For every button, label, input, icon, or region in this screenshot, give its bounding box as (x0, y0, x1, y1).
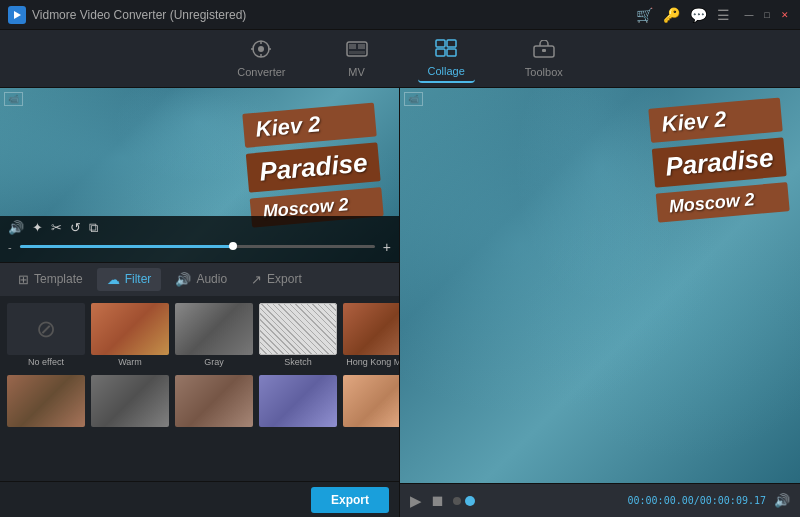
tab-audio[interactable]: 🔊 Audio (165, 268, 237, 291)
svg-rect-14 (436, 49, 445, 56)
filter-thumb-gray (175, 303, 253, 355)
left-panel: Kiev 2 Paradise Moscow 2 📹 🔊 ✦ ✂ ↺ ⧉ - (0, 88, 400, 517)
right-panel: Kiev 2 Paradise Moscow 2 📹 ▶ ⏹ 00:00:00.… (400, 88, 800, 517)
audio-tab-icon: 🔊 (175, 272, 191, 287)
minimize-button[interactable]: — (742, 8, 756, 22)
volume-right-icon[interactable]: 🔊 (774, 493, 790, 508)
filter-label-gray: Gray (175, 355, 253, 369)
svg-rect-11 (349, 51, 365, 54)
filter-thumb-noeffect (7, 303, 85, 355)
tabs-row: ⊞ Template ☁ Filter 🔊 Audio ↗ Export (0, 262, 399, 296)
filter-warm[interactable]: Warm (90, 302, 170, 370)
maximize-button[interactable]: □ (760, 8, 774, 22)
brightness-ctrl-icon[interactable]: ✦ (32, 220, 43, 235)
nav-toolbox[interactable]: Toolbox (515, 36, 573, 82)
video-left[interactable]: Kiev 2 Paradise Moscow 2 📹 🔊 ✦ ✂ ↺ ⧉ - (0, 88, 399, 262)
audio-tab-label: Audio (196, 272, 227, 286)
filter-label-r2a (7, 427, 85, 431)
filter-tab-icon: ☁ (107, 272, 120, 287)
filter-row-2 (6, 374, 393, 432)
video-watermark-left: 📹 (4, 92, 23, 106)
filter-label-r2d (259, 427, 337, 431)
toolbox-icon (533, 40, 555, 63)
filter-r2d[interactable] (258, 374, 338, 432)
filter-label-r2e (343, 427, 399, 431)
time-display: 00:00:00.00/00:00:09.17 (628, 495, 766, 506)
dot-1[interactable] (453, 497, 461, 505)
filter-sketch[interactable]: Sketch (258, 302, 338, 370)
sign-paradise: Paradise (245, 142, 380, 192)
nav-collage[interactable]: Collage (418, 35, 475, 83)
video-background-right: Kiev 2 Paradise Moscow 2 📹 (400, 88, 800, 483)
play-button[interactable]: ▶ (410, 492, 422, 510)
converter-label: Converter (237, 66, 285, 78)
window-controls[interactable]: — □ ✕ (742, 8, 792, 22)
filter-label-sketch: Sketch (259, 355, 337, 369)
crop-ctrl-icon[interactable]: ✂ (51, 220, 62, 235)
time-minus: - (8, 241, 12, 253)
filter-thumb-r2b (91, 375, 169, 427)
filter-thumb-hongkong (343, 303, 399, 355)
close-button[interactable]: ✕ (778, 8, 792, 22)
video-watermark-right: 📹 (404, 92, 423, 106)
template-tab-icon: ⊞ (18, 272, 29, 287)
filter-thumb-r2c (175, 375, 253, 427)
progress-track[interactable] (20, 245, 375, 248)
stop-button[interactable]: ⏹ (430, 492, 445, 509)
svg-rect-17 (542, 49, 546, 52)
sign-paradise-right: Paradise (651, 137, 786, 187)
menu-icon[interactable]: ☰ (717, 7, 730, 23)
filter-r2b[interactable] (90, 374, 170, 432)
sign-overlay-right: Kiev 2 Paradise Moscow 2 (648, 97, 790, 222)
converter-icon (250, 40, 272, 63)
filter-r2e[interactable] (342, 374, 399, 432)
plus-button[interactable]: + (383, 239, 391, 255)
tab-export[interactable]: ↗ Export (241, 268, 312, 291)
filter-row-1: No effect Warm Gray Sketch (6, 302, 393, 370)
bottom-bar: Export (0, 481, 399, 517)
progress-thumb (229, 242, 237, 250)
svg-point-3 (258, 46, 264, 52)
filter-gray[interactable]: Gray (174, 302, 254, 370)
svg-rect-15 (447, 49, 456, 56)
sign-overlay-left: Kiev 2 Paradise Moscow 2 (242, 102, 384, 227)
filter-label-r2b (91, 427, 169, 431)
filter-thumb-sketch (259, 303, 337, 355)
tab-filter[interactable]: ☁ Filter (97, 268, 162, 291)
export-button[interactable]: Export (311, 487, 389, 513)
filter-label-warm: Warm (91, 355, 169, 369)
key-icon[interactable]: 🔑 (663, 7, 680, 23)
export-tab-label: Export (267, 272, 302, 286)
dot-progress (453, 496, 620, 506)
nav-mv[interactable]: MV (336, 36, 378, 82)
filter-hongkong[interactable]: Hong Kong Movie (342, 302, 399, 370)
template-tab-label: Template (34, 272, 83, 286)
svg-rect-9 (349, 44, 356, 49)
title-text: Vidmore Video Converter (Unregistered) (32, 8, 636, 22)
progress-row: - + (8, 239, 391, 255)
progress-fill (20, 245, 233, 248)
tab-template[interactable]: ⊞ Template (8, 268, 93, 291)
rotate-ctrl-icon[interactable]: ↺ (70, 220, 81, 235)
filter-noeffect[interactable]: No effect (6, 302, 86, 370)
filter-area: No effect Warm Gray Sketch (0, 296, 399, 482)
top-icons: 🛒 🔑 💬 ☰ (636, 7, 730, 23)
filter-r2a[interactable] (6, 374, 86, 432)
filter-thumb-warm (91, 303, 169, 355)
filter-r2c[interactable] (174, 374, 254, 432)
chat-icon[interactable]: 💬 (690, 7, 707, 23)
volume-ctrl-icon[interactable]: 🔊 (8, 220, 24, 235)
filter-thumb-r2e (343, 375, 399, 427)
right-controls: ▶ ⏹ 00:00:00.00/00:00:09.17 🔊 (400, 483, 800, 517)
video-right[interactable]: Kiev 2 Paradise Moscow 2 📹 (400, 88, 800, 483)
copy-ctrl-icon[interactable]: ⧉ (89, 220, 98, 236)
controls-icons-row: 🔊 ✦ ✂ ↺ ⧉ (8, 220, 391, 236)
export-tab-icon: ↗ (251, 272, 262, 287)
filter-label-r2c (175, 427, 253, 431)
filter-thumb-r2a (7, 375, 85, 427)
nav-converter[interactable]: Converter (227, 36, 295, 82)
filter-label-noeffect: No effect (7, 355, 85, 369)
mv-label: MV (348, 66, 365, 78)
dot-2[interactable] (465, 496, 475, 506)
cart-icon[interactable]: 🛒 (636, 7, 653, 23)
